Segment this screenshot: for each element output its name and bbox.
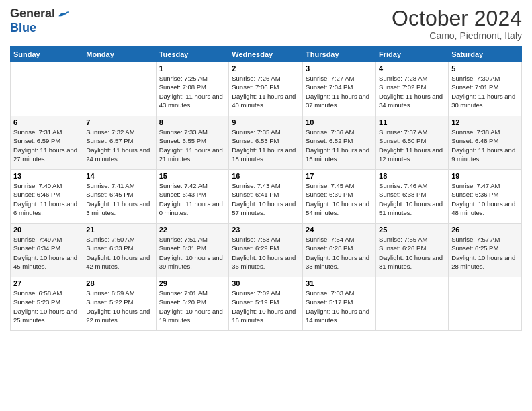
day-info: Sunrise: 7:30 AM Sunset: 7:01 PM Dayligh… — [451, 74, 519, 109]
calendar-cell: 18Sunrise: 7:46 AM Sunset: 6:38 PM Dayli… — [376, 170, 449, 224]
day-number: 18 — [379, 172, 445, 180]
day-number: 26 — [451, 226, 519, 234]
calendar-cell: 24Sunrise: 7:54 AM Sunset: 6:28 PM Dayli… — [303, 224, 376, 277]
day-info: Sunrise: 7:41 AM Sunset: 6:45 PM Dayligh… — [86, 181, 152, 217]
day-number: 19 — [451, 172, 519, 180]
calendar-week-row: 20Sunrise: 7:49 AM Sunset: 6:34 PM Dayli… — [11, 224, 522, 277]
calendar-table: SundayMondayTuesdayWednesdayThursdayFrid… — [10, 46, 522, 331]
day-of-week-header: Monday — [83, 47, 156, 62]
calendar-cell: 17Sunrise: 7:45 AM Sunset: 6:39 PM Dayli… — [303, 170, 376, 224]
day-info: Sunrise: 7:50 AM Sunset: 6:33 PM Dayligh… — [86, 235, 152, 271]
calendar-cell: 5Sunrise: 7:30 AM Sunset: 7:01 PM Daylig… — [449, 62, 522, 116]
day-info: Sunrise: 7:43 AM Sunset: 6:41 PM Dayligh… — [232, 181, 300, 217]
day-info: Sunrise: 7:54 AM Sunset: 6:28 PM Dayligh… — [306, 235, 373, 271]
calendar-cell: 20Sunrise: 7:49 AM Sunset: 6:34 PM Dayli… — [11, 224, 83, 277]
day-info: Sunrise: 7:33 AM Sunset: 6:55 PM Dayligh… — [159, 128, 226, 163]
calendar-cell: 1Sunrise: 7:25 AM Sunset: 7:08 PM Daylig… — [156, 62, 229, 116]
day-number: 20 — [13, 226, 80, 234]
calendar-cell: 27Sunrise: 6:58 AM Sunset: 5:23 PM Dayli… — [11, 277, 83, 331]
main-container: General Blue October 2024 Camo, Piedmont… — [0, 0, 532, 338]
day-info: Sunrise: 7:32 AM Sunset: 6:57 PM Dayligh… — [86, 128, 152, 163]
day-number: 1 — [159, 64, 226, 73]
calendar-cell: 9Sunrise: 7:35 AM Sunset: 6:53 PM Daylig… — [229, 116, 303, 170]
calendar-cell: 25Sunrise: 7:55 AM Sunset: 6:26 PM Dayli… — [376, 224, 449, 277]
calendar-cell: 3Sunrise: 7:27 AM Sunset: 7:04 PM Daylig… — [303, 62, 376, 116]
calendar-week-row: 1Sunrise: 7:25 AM Sunset: 7:08 PM Daylig… — [11, 62, 522, 116]
calendar-cell: 15Sunrise: 7:42 AM Sunset: 6:43 PM Dayli… — [156, 170, 229, 224]
day-of-week-header: Thursday — [303, 47, 376, 62]
calendar-cell — [83, 62, 156, 116]
day-info: Sunrise: 7:26 AM Sunset: 7:06 PM Dayligh… — [232, 74, 300, 109]
day-info: Sunrise: 7:49 AM Sunset: 6:34 PM Dayligh… — [13, 235, 80, 271]
logo-bird-icon — [56, 7, 70, 21]
day-number: 29 — [159, 279, 226, 287]
calendar-cell: 8Sunrise: 7:33 AM Sunset: 6:55 PM Daylig… — [156, 116, 229, 170]
day-number: 10 — [306, 118, 373, 126]
day-info: Sunrise: 7:51 AM Sunset: 6:31 PM Dayligh… — [159, 235, 226, 271]
calendar-cell — [376, 277, 449, 331]
calendar-week-row: 6Sunrise: 7:31 AM Sunset: 6:59 PM Daylig… — [11, 116, 522, 170]
calendar-cell: 12Sunrise: 7:38 AM Sunset: 6:48 PM Dayli… — [449, 116, 522, 170]
day-info: Sunrise: 7:27 AM Sunset: 7:04 PM Dayligh… — [306, 74, 373, 109]
day-number: 22 — [159, 226, 226, 234]
day-info: Sunrise: 7:45 AM Sunset: 6:39 PM Dayligh… — [306, 181, 373, 217]
day-info: Sunrise: 7:37 AM Sunset: 6:50 PM Dayligh… — [379, 128, 445, 163]
calendar-cell: 21Sunrise: 7:50 AM Sunset: 6:33 PM Dayli… — [83, 224, 156, 277]
calendar-cell: 13Sunrise: 7:40 AM Sunset: 6:46 PM Dayli… — [11, 170, 83, 224]
day-info: Sunrise: 7:46 AM Sunset: 6:38 PM Dayligh… — [379, 181, 445, 217]
calendar-cell: 6Sunrise: 7:31 AM Sunset: 6:59 PM Daylig… — [11, 116, 83, 170]
calendar-cell: 30Sunrise: 7:02 AM Sunset: 5:19 PM Dayli… — [229, 277, 303, 331]
day-number: 24 — [306, 226, 373, 234]
day-number: 21 — [86, 226, 152, 234]
calendar-week-row: 13Sunrise: 7:40 AM Sunset: 6:46 PM Dayli… — [11, 170, 522, 224]
calendar-cell: 19Sunrise: 7:47 AM Sunset: 6:36 PM Dayli… — [449, 170, 522, 224]
logo: General Blue — [10, 7, 70, 35]
calendar-week-row: 27Sunrise: 6:58 AM Sunset: 5:23 PM Dayli… — [11, 277, 522, 331]
location-subtitle: Camo, Piedmont, Italy — [392, 30, 522, 41]
day-number: 12 — [451, 118, 519, 126]
month-title: October 2024 — [392, 7, 522, 30]
day-number: 13 — [13, 172, 80, 180]
day-info: Sunrise: 7:47 AM Sunset: 6:36 PM Dayligh… — [451, 181, 519, 217]
calendar-cell: 26Sunrise: 7:57 AM Sunset: 6:25 PM Dayli… — [449, 224, 522, 277]
day-info: Sunrise: 6:58 AM Sunset: 5:23 PM Dayligh… — [13, 289, 80, 324]
day-info: Sunrise: 7:57 AM Sunset: 6:25 PM Dayligh… — [451, 235, 519, 271]
calendar-cell: 28Sunrise: 6:59 AM Sunset: 5:22 PM Dayli… — [83, 277, 156, 331]
day-info: Sunrise: 7:31 AM Sunset: 6:59 PM Dayligh… — [13, 128, 80, 163]
day-info: Sunrise: 7:35 AM Sunset: 6:53 PM Dayligh… — [232, 128, 300, 163]
calendar-cell: 14Sunrise: 7:41 AM Sunset: 6:45 PM Dayli… — [83, 170, 156, 224]
day-info: Sunrise: 7:02 AM Sunset: 5:19 PM Dayligh… — [232, 289, 300, 324]
day-info: Sunrise: 7:53 AM Sunset: 6:29 PM Dayligh… — [232, 235, 300, 271]
calendar-cell — [11, 62, 83, 116]
day-info: Sunrise: 7:36 AM Sunset: 6:52 PM Dayligh… — [306, 128, 373, 163]
day-number: 15 — [159, 172, 226, 180]
day-of-week-header: Saturday — [449, 47, 522, 62]
title-section: October 2024 Camo, Piedmont, Italy — [392, 7, 522, 41]
day-number: 3 — [306, 64, 373, 73]
day-info: Sunrise: 7:55 AM Sunset: 6:26 PM Dayligh… — [379, 235, 445, 271]
calendar-cell — [449, 277, 522, 331]
day-of-week-header: Friday — [376, 47, 449, 62]
day-of-week-header: Tuesday — [156, 47, 229, 62]
day-number: 28 — [86, 279, 152, 287]
day-of-week-header: Sunday — [11, 47, 83, 62]
calendar-cell: 22Sunrise: 7:51 AM Sunset: 6:31 PM Dayli… — [156, 224, 229, 277]
calendar-cell: 11Sunrise: 7:37 AM Sunset: 6:50 PM Dayli… — [376, 116, 449, 170]
calendar-cell: 29Sunrise: 7:01 AM Sunset: 5:20 PM Dayli… — [156, 277, 229, 331]
day-info: Sunrise: 6:59 AM Sunset: 5:22 PM Dayligh… — [86, 289, 152, 324]
day-number: 4 — [379, 64, 445, 73]
day-number: 6 — [13, 118, 80, 126]
calendar-cell: 31Sunrise: 7:03 AM Sunset: 5:17 PM Dayli… — [303, 277, 376, 331]
calendar-cell: 4Sunrise: 7:28 AM Sunset: 7:02 PM Daylig… — [376, 62, 449, 116]
day-number: 25 — [379, 226, 445, 234]
calendar-header-row: SundayMondayTuesdayWednesdayThursdayFrid… — [11, 47, 522, 62]
day-info: Sunrise: 7:42 AM Sunset: 6:43 PM Dayligh… — [159, 181, 226, 217]
day-number: 30 — [232, 279, 300, 287]
calendar-cell: 10Sunrise: 7:36 AM Sunset: 6:52 PM Dayli… — [303, 116, 376, 170]
day-number: 2 — [232, 64, 300, 73]
day-info: Sunrise: 7:01 AM Sunset: 5:20 PM Dayligh… — [159, 289, 226, 324]
calendar-cell: 7Sunrise: 7:32 AM Sunset: 6:57 PM Daylig… — [83, 116, 156, 170]
day-number: 17 — [306, 172, 373, 180]
calendar-cell: 2Sunrise: 7:26 AM Sunset: 7:06 PM Daylig… — [229, 62, 303, 116]
logo-blue-text: Blue — [10, 21, 36, 35]
